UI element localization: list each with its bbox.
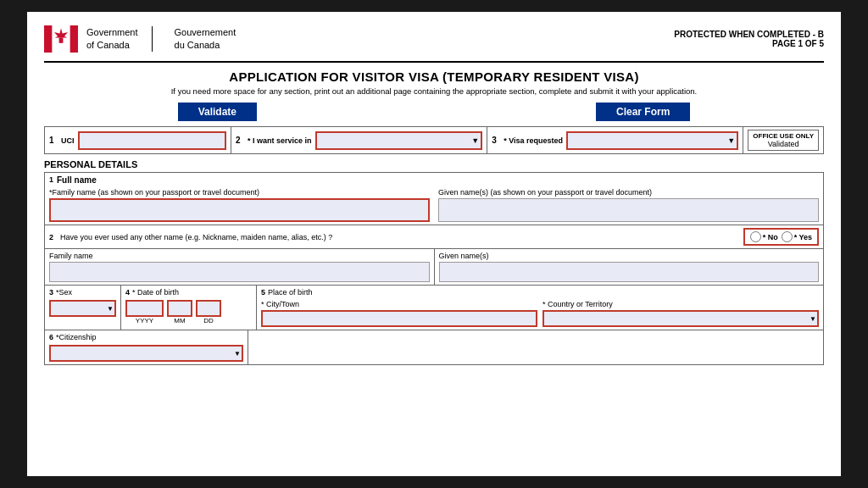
pob-cell: 5 Place of birth * City/Town * Country o… [257,286,823,330]
pob-label: Place of birth [268,288,313,297]
row3-num: 3 [49,288,53,298]
yes-radio[interactable] [782,231,793,242]
no-label: * No [763,233,778,241]
dob-cell: 4 * Date of birth YYYY MM DD [121,286,257,330]
family-name-group: *Family name (as shown on your passport … [49,188,430,222]
svg-rect-1 [70,25,78,53]
given-name-input[interactable] [438,198,819,222]
pob-country-group: * Country or Territory ▼ [542,300,819,327]
page-number: PAGE 1 OF 5 [674,39,824,48]
uci-cell: 1 UCI [45,127,231,153]
alias-radio-group: * No * Yes [743,228,819,246]
clear-form-button[interactable]: Clear Form [596,103,690,121]
given-name-group: Given name(s) (as shown on your passport… [438,188,819,222]
family-name-label: *Family name (as shown on your passport … [49,188,430,197]
page-header: Government of Canada Gouvernement du Can… [44,22,824,56]
uci-input[interactable] [78,131,227,150]
family-name-input[interactable] [49,198,430,222]
svg-rect-0 [44,25,53,53]
validate-button[interactable]: Validate [178,103,257,121]
service-label: * I want service in [248,136,312,145]
office-validated: Validated [753,140,814,148]
pob-city-input[interactable] [261,310,537,327]
row5-num: 5 [261,288,265,298]
alias-given-label: Given name(s) [439,252,820,260]
citizenship-select[interactable] [49,345,243,362]
city-label: * City/Town [261,300,537,308]
protected-label: PROTECTED WHEN COMPLETED - B [674,30,824,39]
alias-given-cell: Given name(s) [435,249,824,285]
pob-country-select[interactable] [542,310,819,327]
sex-cell: 3 *Sex Male Female ▼ [45,286,121,330]
row2-num: 2 [49,233,53,241]
alias-given-input[interactable] [439,262,820,282]
dob-yyyy-label: YYYY [125,317,164,324]
dob-mm-input[interactable] [167,300,192,317]
form-subtitle: If you need more space for any section, … [44,86,824,96]
dob-yyyy-input[interactable] [125,300,164,317]
pob-city-group: * City/Town [261,300,537,327]
row6: 6 *Citizenship ▼ [45,330,823,364]
cit-label: *Citizenship [56,333,97,341]
dob-yyyy-group: YYYY [125,300,164,324]
title-section: APPLICATION FOR VISITOR VISA (TEMPORARY … [44,69,824,96]
dob-mm-label: MM [167,317,192,324]
pob-inner: * City/Town * Country or Territory ▼ [261,300,819,327]
row1-num: 1 [49,175,53,186]
uci-label: UCI [61,136,75,145]
top-form: 1 UCI 2 * I want service in ▼ 3 * Visa r… [44,126,824,154]
dob-label: * Date of birth [132,288,179,297]
alias-family-cell: Family name [45,249,435,285]
service-cell: 2 * I want service in ▼ [231,127,487,153]
visa-select[interactable] [566,131,738,150]
header-divider [44,61,824,63]
personal-details-header: PERSONAL DETAILS [44,159,824,169]
dob-inputs: YYYY MM DD [125,300,252,324]
alias-row: 2 Have you ever used any other name (e.g… [45,225,823,286]
alias-question-label: Have you ever used any other name (e.g. … [60,233,737,241]
sex-select[interactable]: Male Female [49,300,116,317]
gov-text-en: Government of Canada [86,26,138,53]
no-radio[interactable] [750,231,761,242]
row4-num: 4 [125,288,130,298]
canada-flag-icon [44,22,78,56]
cit-select-wrapper: ▼ [49,345,243,362]
no-option[interactable]: * No [750,231,778,242]
fullname-row: 1 Full name *Family name (as shown on yo… [45,173,823,225]
alias-family-label: Family name [49,252,430,260]
svg-rect-4 [59,37,64,42]
alias-family-input[interactable] [49,262,430,282]
sex-label: *Sex [56,288,72,297]
alias-question-row: 2 Have you ever used any other name (e.g… [45,225,823,249]
fullname-cell: 1 Full name *Family name (as shown on yo… [45,173,823,225]
row6-remainder [248,330,823,364]
row6-num: 6 [49,333,53,343]
dob-dd-group: DD [196,300,221,324]
service-select[interactable] [315,131,483,150]
pob-country-select-wrapper: ▼ [542,310,819,327]
row1-title: Full name [57,175,97,185]
dob-mm-group: MM [167,300,192,324]
personal-details-table: 1 Full name *Family name (as shown on yo… [44,172,824,365]
gov-text-fr: Gouvernement du Canada [175,26,236,53]
office-use-title: OFFICE USE ONLY [753,132,814,140]
canada-logo [44,22,78,56]
form-title: APPLICATION FOR VISITOR VISA (TEMPORARY … [44,69,824,84]
visa-num: 3 [492,136,500,145]
dob-dd-label: DD [196,317,221,324]
main-page: Government of Canada Gouvernement du Can… [27,12,841,476]
office-use-box: OFFICE USE ONLY Validated [748,130,819,151]
office-use-cell: OFFICE USE ONLY Validated [743,127,823,153]
row345: 3 *Sex Male Female ▼ 4 * Date of birth [45,286,823,330]
action-row: Validate Clear Form [44,103,824,121]
yes-label: * Yes [794,233,812,241]
country-label: * Country or Territory [542,300,819,308]
dob-dd-input[interactable] [196,300,221,317]
header-right: PROTECTED WHEN COMPLETED - B PAGE 1 OF 5 [674,30,824,48]
citizenship-cell: 6 *Citizenship ▼ [45,330,248,364]
visa-label: * Visa requested [504,136,563,145]
service-num: 2 [236,136,244,145]
alias-fields-row: Family name Given name(s) [45,249,823,286]
uci-num: 1 [49,136,58,145]
yes-option[interactable]: * Yes [782,231,812,242]
